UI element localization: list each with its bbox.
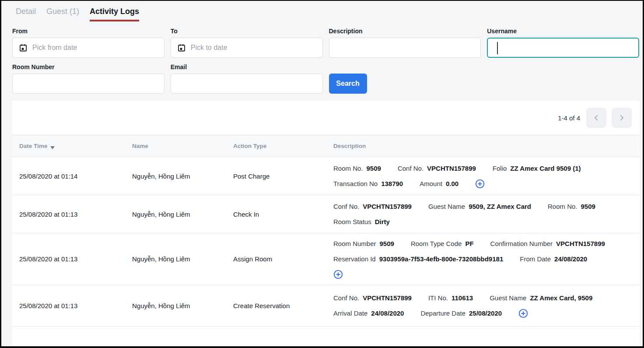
tab-guest[interactable]: Guest (1)	[46, 7, 79, 21]
detail-label: ITI No.	[428, 294, 448, 302]
expand-plus-icon	[475, 179, 485, 189]
tab-activity-logs[interactable]: Activity Logs	[90, 7, 139, 21]
detail-label: Reservation Id	[333, 255, 376, 263]
email-field: Email	[171, 63, 323, 94]
detail-label: Conf No.	[333, 294, 359, 302]
detail-value: 9509, ZZ Amex Card	[469, 203, 531, 210]
detail-value: 0.00	[446, 180, 458, 187]
email-inputbox[interactable]	[171, 74, 323, 94]
to-date-input[interactable]	[191, 44, 316, 52]
description-line: Reservation Id9303959a-7f53-4efb-800e-73…	[333, 251, 640, 267]
detail-label: Room Number	[333, 240, 376, 247]
detail-label: Room Type Code	[411, 240, 462, 247]
table-row: 25/08/2020 at 01:13Nguyễn, Hồng LiêmChec…	[12, 195, 640, 233]
room-number-label: Room Number	[12, 63, 164, 70]
email-label: Email	[171, 63, 323, 70]
tab-detail[interactable]: Detail	[16, 7, 36, 21]
from-date-field: From	[12, 28, 164, 58]
detail-value: 24/08/2020	[371, 309, 404, 317]
detail-value: 9509	[581, 203, 595, 210]
expand-plus-icon	[333, 270, 343, 279]
from-date-label: From	[12, 28, 164, 35]
next-page-button[interactable]	[612, 108, 632, 128]
to-date-inputbox[interactable]	[171, 38, 323, 58]
table-row: 25/08/2020 at 01:13Nguyễn, Hồng LiêmCrea…	[12, 285, 640, 327]
expand-details-button[interactable]	[518, 309, 528, 318]
pagination-range: 1-4 of 4	[558, 114, 580, 122]
column-header-action-type[interactable]: Action Type	[226, 143, 326, 149]
cell-datetime: 25/08/2020 at 01:14	[12, 172, 125, 180]
detail-pair: ITI No.110613	[428, 290, 473, 306]
username-label: Username	[487, 28, 639, 35]
cell-description: Conf No.VPCHTN157899Guest Name9509, ZZ A…	[326, 196, 640, 232]
expand-plus-icon	[518, 309, 528, 318]
detail-value: 138790	[381, 180, 403, 187]
detail-label: Conf No.	[398, 165, 424, 172]
expand-details-button[interactable]	[333, 270, 343, 279]
detail-pair: Room No.9509	[333, 161, 381, 176]
column-header-name[interactable]: Name	[125, 143, 226, 149]
table-header-row: Date Time Name Action Type Description	[12, 135, 640, 157]
column-header-datetime[interactable]: Date Time	[12, 143, 125, 149]
to-date-field: To	[171, 28, 323, 58]
cell-name: Nguyễn, Hồng Liêm	[125, 211, 226, 218]
detail-pair: Departure Date25/08/2020	[420, 306, 502, 321]
sort-desc-icon	[50, 146, 55, 149]
table-body: 25/08/2020 at 01:14Nguyễn, Hồng LiêmPost…	[12, 157, 640, 327]
description-input[interactable]	[336, 44, 475, 52]
username-input[interactable]	[494, 44, 632, 52]
room-number-inputbox[interactable]	[12, 74, 164, 94]
detail-pair: Guest NameZZ Amex Card, 9509	[490, 290, 592, 306]
cell-datetime: 25/08/2020 at 01:13	[12, 255, 125, 263]
description-field: Description	[329, 28, 481, 58]
room-number-field: Room Number	[12, 63, 164, 94]
detail-value: Dirty	[375, 218, 390, 225]
prev-page-button[interactable]	[586, 108, 606, 128]
description-line: Conf No.VPCHTN157899ITI No.110613Guest N…	[333, 290, 640, 306]
cell-description: Room No.9509Conf No.VPCHTN157899FolioZZ …	[326, 158, 640, 194]
detail-value: PF	[465, 240, 473, 247]
cell-action-type: Post Charge	[226, 172, 326, 180]
detail-value: VPCHTN157899	[556, 240, 605, 247]
column-header-description[interactable]: Description	[326, 143, 640, 149]
detail-pair: Arrival Date24/08/2020	[333, 306, 404, 321]
detail-label: Conf No.	[333, 203, 359, 210]
cell-datetime: 25/08/2020 at 01:13	[12, 211, 125, 218]
calendar-icon	[19, 43, 28, 52]
detail-value: 25/08/2020	[469, 309, 502, 317]
detail-label: Room No.	[548, 203, 578, 210]
text-caret	[497, 42, 498, 54]
email-input[interactable]	[177, 80, 316, 88]
detail-pair: Conf No.VPCHTN157899	[333, 290, 412, 306]
detail-label: Room No.	[333, 165, 363, 172]
detail-label: Transaction No	[333, 180, 378, 187]
detail-pair: Guest Name9509, ZZ Amex Card	[428, 199, 531, 214]
detail-value: 9509	[380, 240, 394, 247]
search-button[interactable]: Search	[329, 74, 367, 94]
cell-action-type: Check In	[226, 211, 326, 218]
detail-pair: From Date24/08/2020	[520, 251, 587, 267]
description-line	[333, 267, 640, 282]
detail-pair: Conf No.VPCHTN157899	[398, 161, 476, 176]
calendar-icon	[177, 43, 186, 52]
detail-value: 9509	[367, 165, 381, 172]
cell-action-type: Create Reservation	[226, 302, 326, 309]
from-date-input[interactable]	[32, 44, 158, 52]
table-row: 25/08/2020 at 01:13Nguyễn, Hồng LiêmAssi…	[12, 233, 640, 285]
username-inputbox[interactable]	[487, 38, 639, 58]
cell-description: Conf No.VPCHTN157899ITI No.110613Guest N…	[326, 288, 640, 323]
detail-pair: Reservation Id9303959a-7f53-4efb-800e-73…	[333, 251, 503, 267]
room-number-input[interactable]	[19, 80, 158, 88]
detail-value: 9303959a-7f53-4efb-800e-73208bbd9181	[379, 255, 504, 263]
detail-pair: Transaction No138790	[333, 176, 403, 191]
expand-details-button[interactable]	[475, 179, 485, 189]
description-inputbox[interactable]	[329, 38, 481, 58]
cell-description: Room Number9509Room Type CodePFConfirmat…	[326, 233, 640, 285]
detail-pair: Confirmation NumberVPCHTN157899	[490, 236, 605, 251]
detail-value: 24/08/2020	[554, 255, 587, 263]
from-date-inputbox[interactable]	[12, 38, 164, 58]
detail-value: VPCHTN157899	[363, 203, 412, 210]
to-date-label: To	[171, 28, 323, 35]
cell-action-type: Assign Room	[226, 255, 326, 263]
detail-label: Guest Name	[428, 203, 465, 210]
